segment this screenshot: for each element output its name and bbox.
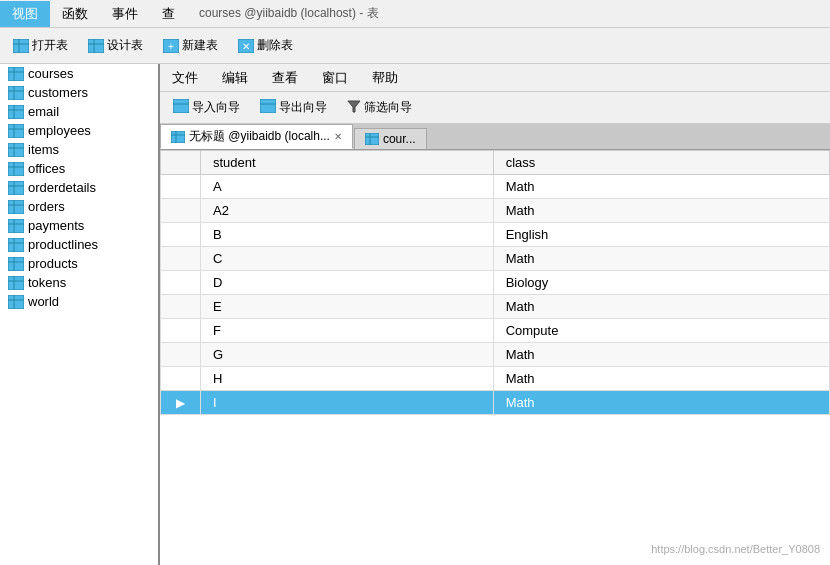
- svg-rect-51: [260, 99, 276, 113]
- cell-class[interactable]: Math: [493, 295, 829, 319]
- filter-icon: [347, 99, 361, 116]
- new-table-button[interactable]: + 新建表: [154, 33, 227, 58]
- right-toolbar: 导入向导 导出向导 筛选向导: [160, 92, 830, 124]
- cell-student[interactable]: G: [201, 343, 494, 367]
- table-list-item[interactable]: offices: [0, 159, 158, 178]
- svg-rect-49: [173, 99, 189, 113]
- svg-text:✕: ✕: [242, 41, 250, 52]
- open-table-icon: [13, 38, 29, 54]
- svg-rect-43: [8, 276, 24, 290]
- open-table-button[interactable]: 打开表: [4, 33, 77, 58]
- import-icon: [173, 99, 189, 116]
- cell-class[interactable]: Math: [493, 343, 829, 367]
- table-icon: [8, 219, 24, 233]
- cell-class[interactable]: Math: [493, 175, 829, 199]
- table-list-item[interactable]: tokens: [0, 273, 158, 292]
- cell-class[interactable]: Math: [493, 367, 829, 391]
- svg-rect-19: [8, 124, 24, 138]
- row-indicator: [161, 319, 201, 343]
- menu-functions[interactable]: 函数: [50, 1, 100, 27]
- menu-edit[interactable]: 编辑: [210, 65, 260, 91]
- right-panel: 文件 编辑 查看 窗口 帮助 导入向导 导出向导: [160, 64, 830, 565]
- table-icon: [8, 105, 24, 119]
- row-indicator: [161, 295, 201, 319]
- svg-rect-54: [171, 131, 185, 143]
- cell-class[interactable]: Math: [493, 199, 829, 223]
- menu-view[interactable]: 视图: [0, 1, 50, 27]
- cell-class[interactable]: Biology: [493, 271, 829, 295]
- watermark: https://blog.csdn.net/Better_Y0808: [651, 543, 820, 555]
- table-list-item[interactable]: products: [0, 254, 158, 273]
- svg-rect-40: [8, 257, 24, 271]
- export-button[interactable]: 导出向导: [251, 95, 336, 120]
- design-table-button[interactable]: 设计表: [79, 33, 152, 58]
- table-icon: [8, 257, 24, 271]
- table-list-item[interactable]: items: [0, 140, 158, 159]
- tab-close-button[interactable]: ✕: [334, 131, 342, 142]
- top-menu-bar: 视图 函数 事件 查 courses @yiibaidb (localhost)…: [0, 0, 830, 28]
- table-list-item[interactable]: orders: [0, 197, 158, 216]
- svg-marker-53: [348, 101, 360, 112]
- table-icon: [8, 276, 24, 290]
- table-list-item[interactable]: courses: [0, 64, 158, 83]
- cell-student[interactable]: A: [201, 175, 494, 199]
- menu-help[interactable]: 帮助: [360, 65, 410, 91]
- table-list-item[interactable]: orderdetails: [0, 178, 158, 197]
- table-icon: [8, 143, 24, 157]
- row-indicator: [161, 247, 201, 271]
- svg-rect-46: [8, 295, 24, 309]
- menu-view-right[interactable]: 查看: [260, 65, 310, 91]
- cell-student[interactable]: C: [201, 247, 494, 271]
- table-list-item[interactable]: world: [0, 292, 158, 311]
- table-icon: [8, 238, 24, 252]
- right-menu-bar: 文件 编辑 查看 窗口 帮助: [160, 64, 830, 92]
- svg-rect-3: [88, 39, 104, 53]
- cell-student[interactable]: H: [201, 367, 494, 391]
- main-content: courses customers email employees items …: [0, 64, 830, 565]
- delete-table-button[interactable]: ✕ 删除表: [229, 33, 302, 58]
- cell-student[interactable]: D: [201, 271, 494, 295]
- table-icon: [8, 124, 24, 138]
- cell-student[interactable]: B: [201, 223, 494, 247]
- cell-class[interactable]: Math: [493, 247, 829, 271]
- cell-class[interactable]: Compute: [493, 319, 829, 343]
- cell-student[interactable]: E: [201, 295, 494, 319]
- tab-courses-icon: [365, 133, 379, 145]
- table-list-item[interactable]: employees: [0, 121, 158, 140]
- table-icon: [8, 295, 24, 309]
- svg-rect-10: [8, 67, 24, 81]
- cell-class[interactable]: Math: [493, 391, 829, 415]
- tab-courses[interactable]: cour...: [354, 128, 427, 149]
- row-indicator: ▶: [161, 391, 201, 415]
- svg-rect-34: [8, 219, 24, 233]
- row-indicator: [161, 199, 201, 223]
- table-list-item[interactable]: productlines: [0, 235, 158, 254]
- cell-student[interactable]: A2: [201, 199, 494, 223]
- row-indicator: [161, 343, 201, 367]
- current-row-arrow-icon: ▶: [176, 396, 185, 410]
- table-list-item[interactable]: email: [0, 102, 158, 121]
- menu-query[interactable]: 查: [150, 1, 187, 27]
- svg-rect-22: [8, 143, 24, 157]
- tab-untitled[interactable]: 无标题 @yiibaidb (localh... ✕: [160, 124, 353, 149]
- menu-events[interactable]: 事件: [100, 1, 150, 27]
- table-list-item[interactable]: payments: [0, 216, 158, 235]
- menu-window[interactable]: 窗口: [310, 65, 360, 91]
- new-table-icon: +: [163, 38, 179, 54]
- table-icon: [8, 67, 24, 81]
- menu-file[interactable]: 文件: [160, 65, 210, 91]
- cell-student[interactable]: I: [201, 391, 494, 415]
- filter-button[interactable]: 筛选向导: [338, 95, 421, 120]
- window-title: courses @yiibaidb (localhost) - 表: [187, 1, 830, 26]
- svg-rect-37: [8, 238, 24, 252]
- import-button[interactable]: 导入向导: [164, 95, 249, 120]
- svg-rect-31: [8, 200, 24, 214]
- design-table-icon: [88, 38, 104, 54]
- tab-bar: 无标题 @yiibaidb (localh... ✕ cour...: [160, 124, 830, 150]
- col-header-student-label: student: [201, 151, 494, 175]
- cell-student[interactable]: F: [201, 319, 494, 343]
- table-list-item[interactable]: customers: [0, 83, 158, 102]
- tab-table-icon: [171, 131, 185, 143]
- cell-class[interactable]: English: [493, 223, 829, 247]
- row-indicator: [161, 175, 201, 199]
